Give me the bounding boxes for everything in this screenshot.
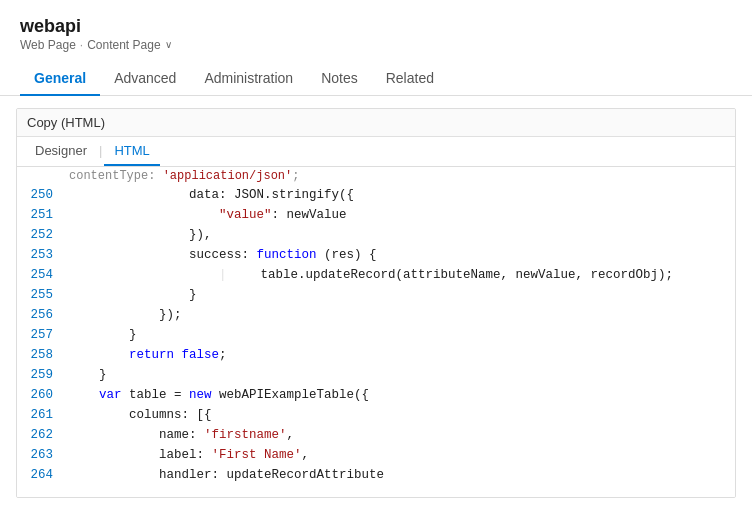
chevron-down-icon: ∨ xyxy=(165,39,172,50)
code-line: 258 return false; xyxy=(17,345,735,365)
code-line: 262 name: 'firstname', xyxy=(17,425,735,445)
page-header: webapi Web Page · Content Page ∨ General… xyxy=(0,0,752,96)
code-line: 261 columns: [{ xyxy=(17,405,735,425)
line-number: 259 xyxy=(17,365,65,385)
tab-general[interactable]: General xyxy=(20,62,100,96)
code-line: 256 }); xyxy=(17,305,735,325)
line-number: 257 xyxy=(17,325,65,345)
sub-tabs-bar: Designer | HTML xyxy=(17,137,735,167)
code-line: 263 label: 'First Name', xyxy=(17,445,735,465)
line-number: 252 xyxy=(17,225,65,245)
code-line: 255 } xyxy=(17,285,735,305)
line-content: "value": newValue xyxy=(65,205,735,225)
breadcrumb-separator: · xyxy=(80,38,83,52)
line-number: 260 xyxy=(17,385,65,405)
line-number: 262 xyxy=(17,425,65,445)
subtab-html[interactable]: HTML xyxy=(104,137,159,166)
line-number: 253 xyxy=(17,245,65,265)
line-content: return false; xyxy=(65,345,735,365)
copy-html-section: Copy (HTML) Designer | HTML contentType:… xyxy=(16,108,736,498)
line-number: 255 xyxy=(17,285,65,305)
breadcrumb-webPage[interactable]: Web Page xyxy=(20,38,76,52)
truncated-indicator: contentType: 'application/json'; xyxy=(17,167,735,185)
code-lines-container: 250 data: JSON.stringify({251 "value": n… xyxy=(17,185,735,485)
code-editor[interactable]: contentType: 'application/json'; 250 dat… xyxy=(17,167,735,497)
subtab-designer[interactable]: Designer xyxy=(25,137,97,166)
tab-administration[interactable]: Administration xyxy=(190,62,307,96)
code-line: 264 handler: updateRecordAttribute xyxy=(17,465,735,485)
line-content: handler: updateRecordAttribute xyxy=(65,465,735,485)
code-line: 252 }), xyxy=(17,225,735,245)
section-label: Copy (HTML) xyxy=(17,109,735,137)
line-number: 258 xyxy=(17,345,65,365)
line-number: 264 xyxy=(17,465,65,485)
line-number: 261 xyxy=(17,405,65,425)
line-content: } xyxy=(65,365,735,385)
line-content: success: function (res) { xyxy=(65,245,735,265)
line-number: 256 xyxy=(17,305,65,325)
line-content: columns: [{ xyxy=(65,405,735,425)
main-tabs: General Advanced Administration Notes Re… xyxy=(20,62,732,95)
tab-related[interactable]: Related xyxy=(372,62,448,96)
code-line: 259 } xyxy=(17,365,735,385)
page-title: webapi xyxy=(20,16,732,38)
line-content: label: 'First Name', xyxy=(65,445,735,465)
subtab-divider: | xyxy=(97,137,104,166)
line-number: 251 xyxy=(17,205,65,225)
line-content: data: JSON.stringify({ xyxy=(65,185,735,205)
tab-notes[interactable]: Notes xyxy=(307,62,372,96)
line-content: } xyxy=(65,325,735,345)
breadcrumb-contentPage[interactable]: Content Page xyxy=(87,38,160,52)
line-content: }), xyxy=(65,225,735,245)
code-line: 257 } xyxy=(17,325,735,345)
code-line: 260 var table = new webAPIExampleTable({ xyxy=(17,385,735,405)
line-number: 254 xyxy=(17,265,65,285)
line-number: 263 xyxy=(17,445,65,465)
tab-advanced[interactable]: Advanced xyxy=(100,62,190,96)
breadcrumb: Web Page · Content Page ∨ xyxy=(20,38,732,52)
line-content: }); xyxy=(65,305,735,325)
code-line: 254 | table.updateRecord(attributeName, … xyxy=(17,265,735,285)
line-content: var table = new webAPIExampleTable({ xyxy=(65,385,735,405)
line-content: | table.updateRecord(attributeName, newV… xyxy=(65,265,735,285)
code-line: 251 "value": newValue xyxy=(17,205,735,225)
code-line: 250 data: JSON.stringify({ xyxy=(17,185,735,205)
line-content: name: 'firstname', xyxy=(65,425,735,445)
code-line: 253 success: function (res) { xyxy=(17,245,735,265)
line-number: 250 xyxy=(17,185,65,205)
line-content: } xyxy=(65,285,735,305)
